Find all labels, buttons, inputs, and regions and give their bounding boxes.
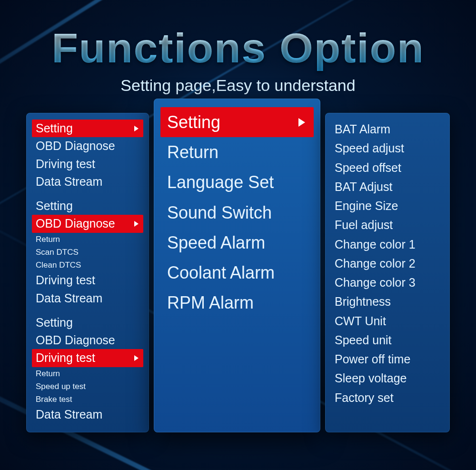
left-menu-item[interactable]: Driving test xyxy=(32,271,143,289)
left-menu-item[interactable]: OBD Diagnose xyxy=(32,137,143,155)
left-submenu-item[interactable]: Speed up test xyxy=(32,380,143,393)
header: Functions Option Setting page,Easy to un… xyxy=(0,0,476,95)
right-menu-item[interactable]: CWT Unit xyxy=(331,311,444,330)
right-menu-item[interactable]: Power off time xyxy=(331,350,444,369)
center-menu-item[interactable]: Coolant Alarm xyxy=(160,258,314,288)
page-subtitle: Setting page,Easy to understand xyxy=(0,76,476,95)
right-menu-item[interactable]: Speed unit xyxy=(331,330,444,350)
left-menu-item[interactable]: Driving test xyxy=(32,349,143,367)
right-menu-item[interactable]: Change color 3 xyxy=(331,273,444,292)
left-menu-item[interactable]: OBD Diagnose xyxy=(32,215,143,232)
right-menu-item[interactable]: BAT Adjust xyxy=(331,177,444,196)
columns-container: SettingOBD DiagnoseDriving testData Stre… xyxy=(0,113,476,432)
left-menu-item[interactable]: Data Stream xyxy=(32,173,143,190)
right-menu-item[interactable]: Sleep voltage xyxy=(331,369,444,388)
left-submenu-item[interactable]: Return xyxy=(32,367,143,380)
left-menu-item[interactable]: OBD Diagnose xyxy=(32,331,143,349)
center-menu-item[interactable]: Speed Alarm xyxy=(160,228,314,258)
left-menu-item[interactable]: Setting xyxy=(32,314,143,331)
right-menu-item[interactable]: Factory set xyxy=(331,388,444,407)
right-menu-item[interactable]: Engine Size xyxy=(331,196,444,215)
page-title: Functions Option xyxy=(0,24,476,72)
left-menu-panel: SettingOBD DiagnoseDriving testData Stre… xyxy=(26,113,149,432)
right-menu-item[interactable]: Brightness xyxy=(331,292,444,311)
center-menu-item[interactable]: Setting xyxy=(160,107,314,137)
right-menu-panel: BAT AlarmSpeed adjustSpeed offsetBAT Adj… xyxy=(325,113,450,432)
right-menu-item[interactable]: Change color 2 xyxy=(331,254,444,273)
left-menu-item[interactable]: Data Stream xyxy=(32,406,143,423)
left-menu-item[interactable]: Data Stream xyxy=(32,290,143,307)
left-menu-item[interactable]: Setting xyxy=(32,120,143,137)
right-menu-item[interactable]: Speed adjust xyxy=(331,139,444,158)
left-submenu-item[interactable]: Scan DTCS xyxy=(32,246,143,259)
center-menu-panel: SettingReturnLanguage SetSound SwitchSpe… xyxy=(154,99,320,432)
center-menu-item[interactable]: RPM Alarm xyxy=(160,288,314,318)
left-submenu-item[interactable]: Return xyxy=(32,233,143,246)
left-submenu-item[interactable]: Clean DTCS xyxy=(32,259,143,271)
right-menu-item[interactable]: Change color 1 xyxy=(331,235,444,254)
right-menu-item[interactable]: Fuel adjust xyxy=(331,215,444,234)
center-menu-item[interactable]: Return xyxy=(160,137,314,167)
right-menu-item[interactable]: BAT Alarm xyxy=(331,120,444,139)
left-menu-item[interactable]: Setting xyxy=(32,197,143,215)
center-menu-item[interactable]: Language Set xyxy=(160,167,314,197)
right-menu-item[interactable]: Speed offset xyxy=(331,158,444,177)
left-submenu-item[interactable]: Brake test xyxy=(32,393,143,406)
left-menu-item[interactable]: Driving test xyxy=(32,155,143,173)
center-menu-item[interactable]: Sound Switch xyxy=(160,198,314,228)
